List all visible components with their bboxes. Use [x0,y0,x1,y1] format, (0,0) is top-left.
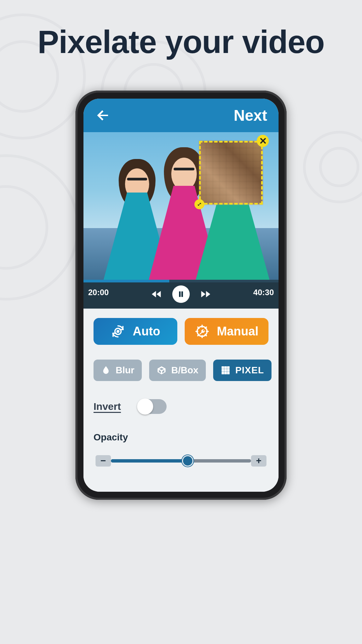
video-preview: ✕ 20:00 40:30 [83,132,279,309]
invert-toggle[interactable] [138,399,167,414]
opacity-thumb[interactable] [182,455,193,467]
invert-row: Invert [94,396,268,414]
app-header: Next [83,99,279,132]
pixel-effect-label: PIXEL [235,365,264,376]
svg-point-1 [117,330,119,332]
svg-rect-3 [222,367,224,369]
video-canvas[interactable]: ✕ [83,132,279,280]
arrow-left-icon [95,108,111,123]
time-total: 40:30 [253,288,274,297]
svg-rect-6 [222,369,224,371]
fast-forward-button[interactable] [198,286,213,302]
gear-sync-icon [111,324,125,339]
mode-row: Auto Manual [94,318,268,345]
phone-mockup: Next [75,91,287,500]
bbox-effect-button[interactable]: B/Box [149,360,206,381]
grid-icon [221,365,231,375]
auto-mode-label: Auto [133,324,160,338]
manual-mode-button[interactable]: Manual [185,318,268,345]
controls-panel: Auto Manual [83,309,279,492]
invert-label: Invert [94,401,121,412]
fast-forward-icon [199,288,212,301]
opacity-slider[interactable]: − + [98,453,264,469]
app-screen: Next [83,99,279,492]
selection-outline [199,141,263,205]
pause-icon [176,289,186,299]
pixelate-selection[interactable]: ✕ [199,141,263,205]
svg-rect-8 [227,369,229,371]
svg-rect-10 [225,372,227,374]
gear-wrench-icon [195,324,209,339]
cube-icon [157,365,167,375]
opacity-fill [111,459,188,463]
svg-rect-4 [225,367,227,369]
svg-rect-5 [227,367,229,369]
opacity-label: Opacity [94,432,268,443]
time-elapsed: 20:00 [88,288,109,297]
blur-effect-label: Blur [116,365,134,376]
opacity-section: Opacity − + [94,429,268,469]
opacity-decrease-button[interactable]: − [96,455,111,467]
play-pause-button[interactable] [172,285,190,303]
invert-toggle-knob [137,398,153,415]
auto-mode-button[interactable]: Auto [94,318,177,345]
rewind-icon [150,288,163,301]
resize-icon [197,202,202,207]
svg-rect-11 [227,372,229,374]
opacity-increase-button[interactable]: + [251,455,266,467]
blur-effect-button[interactable]: Blur [94,360,142,381]
seek-progress [83,280,169,282]
manual-mode-label: Manual [217,324,258,338]
pixel-effect-button[interactable]: PIXEL [213,360,272,381]
back-button[interactable] [95,107,111,123]
rewind-button[interactable] [149,286,164,302]
selection-resize-handle[interactable] [194,199,204,209]
close-icon: ✕ [259,136,267,147]
seek-track[interactable] [83,280,279,282]
selection-close-button[interactable]: ✕ [257,135,269,147]
page-title: Pixelate your video [0,23,362,60]
svg-rect-7 [225,369,227,371]
playback-bar: 20:00 40:30 [83,280,279,309]
droplet-icon [101,365,111,375]
next-button[interactable]: Next [234,106,267,124]
svg-rect-9 [222,372,224,374]
bbox-effect-label: B/Box [171,365,198,376]
effect-row: Blur B/Box [94,360,268,381]
